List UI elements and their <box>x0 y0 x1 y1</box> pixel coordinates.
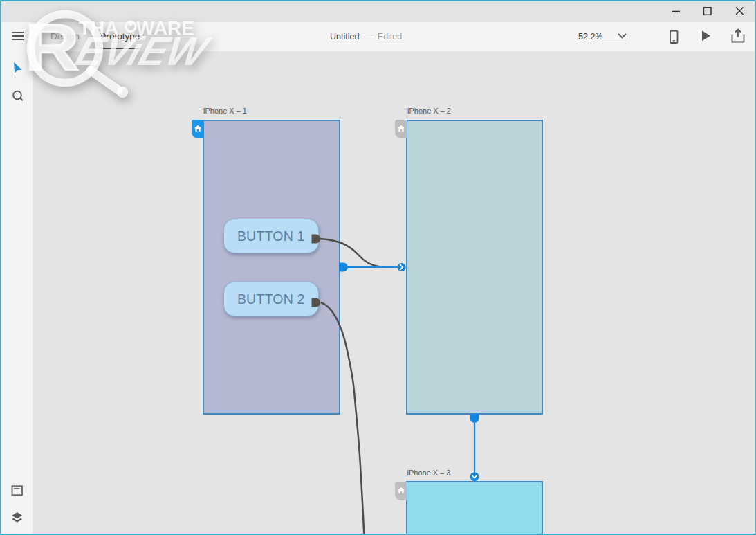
svg-text:EViEW: EViEW <box>71 28 216 73</box>
